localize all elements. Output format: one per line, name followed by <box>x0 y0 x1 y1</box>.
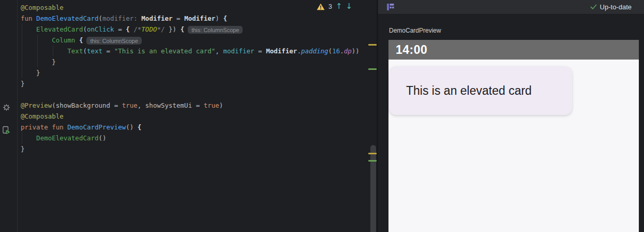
code-token: { <box>126 25 133 33</box>
code-token: (showBackground = <box>52 102 122 109</box>
code-token: Modifier <box>266 47 297 55</box>
code-line[interactable]: Text(text = "This is an elevated card", … <box>21 46 360 56</box>
code-token: fun <box>21 15 36 22</box>
warning-count: 3 <box>328 3 332 10</box>
build-status-label: Up-to-date <box>600 3 632 11</box>
previous-highlight-arrow-icon[interactable]: ↑ <box>336 3 342 10</box>
code-token: @Preview <box>21 102 52 109</box>
code-token: DemoCardPreview <box>67 123 126 131</box>
code-token: Text <box>67 47 83 55</box>
run-preview-button[interactable] <box>3 126 11 134</box>
scrollbar-thumb[interactable] <box>370 145 376 232</box>
code-token <box>21 36 52 44</box>
inspection-widget: 3 ↑ ↓ <box>317 3 352 10</box>
inlay-hint[interactable]: this: ColumnScope <box>86 37 141 45</box>
code-token: TODO <box>141 25 157 33</box>
preview-name-label[interactable]: DemoCardPreview <box>389 27 441 34</box>
code-line[interactable]: ElevatedCard(onClick = { /*TODO*/ }) {th… <box>21 24 360 35</box>
code-line[interactable] <box>21 89 360 100</box>
code-token: ( <box>99 15 103 22</box>
code-token <box>21 25 36 33</box>
code-token: { <box>223 15 227 22</box>
code-token: modifier: <box>102 15 141 22</box>
code-token: ElevatedCard <box>36 25 83 33</box>
code-line[interactable]: } <box>21 143 360 154</box>
code-token: } <box>21 69 40 77</box>
status-bar-time: 14:00 <box>396 43 427 57</box>
code-token: Modifier <box>141 15 172 22</box>
code-token: */ <box>157 25 164 33</box>
preview-panel: Up-to-date DemoCardPreview 14:00 This is… <box>378 0 644 232</box>
code-token: () <box>126 123 138 131</box>
ide-window: @Composablefun DemoElevatedCard(modifier… <box>0 0 644 232</box>
code-token: ) <box>219 102 223 109</box>
next-highlight-arrow-icon[interactable]: ↓ <box>346 3 353 10</box>
inlay-hint[interactable]: this: ColumnScope <box>188 26 243 34</box>
code-token: @Composable <box>21 112 64 120</box>
stripe-marker-ok[interactable] <box>368 160 377 162</box>
code-line[interactable]: DemoElevatedCard() <box>21 133 360 143</box>
card-text: This is an elevated card <box>406 84 532 98</box>
code-token: } <box>21 58 56 66</box>
code-token: true <box>204 102 219 109</box>
code-token: () <box>99 134 107 142</box>
code-line[interactable]: } <box>21 56 360 67</box>
code-token: . <box>340 47 344 55</box>
code-token: dp <box>344 47 352 55</box>
code-lines: @Composablefun DemoElevatedCard(modifier… <box>21 2 360 154</box>
stripe-marker-warning[interactable] <box>368 44 377 46</box>
code-token: ( <box>83 25 87 33</box>
code-line[interactable]: fun DemoElevatedCard(modifier: Modifier … <box>21 13 360 24</box>
code-token <box>21 134 36 142</box>
code-token: "This is an elevated card" <box>114 47 216 55</box>
preview-settings-button[interactable] <box>3 104 11 112</box>
gutter-separator <box>17 0 18 232</box>
code-line[interactable]: @Preview(showBackground = true, showSyst… <box>21 100 360 111</box>
code-token: ( <box>83 47 87 55</box>
grid-layout-icon <box>387 4 394 10</box>
code-token: { <box>138 123 142 131</box>
code-line[interactable]: Column {this: ColumnScope <box>21 35 360 46</box>
code-line[interactable]: @Composable <box>21 2 360 13</box>
code-token: = <box>102 47 114 55</box>
preview-toolbar: Up-to-date <box>378 0 644 15</box>
gear-icon <box>3 104 10 111</box>
stripe-marker-warning[interactable] <box>368 153 377 154</box>
device-status-bar: 14:00 <box>388 40 639 60</box>
warning-icon[interactable] <box>317 3 325 10</box>
code-line[interactable]: } <box>21 78 360 89</box>
code-editor[interactable]: @Composablefun DemoElevatedCard(modifier… <box>0 0 378 232</box>
build-status[interactable]: Up-to-date <box>590 3 632 11</box>
code-token: Column <box>52 36 75 44</box>
code-token: = <box>114 25 126 33</box>
code-token: = <box>254 47 266 55</box>
code-token: { <box>181 25 185 33</box>
code-token: @Composable <box>21 4 64 11</box>
code-token: . <box>297 47 301 55</box>
code-token: )) <box>352 47 360 55</box>
code-token: Modifier <box>184 15 215 22</box>
code-token: padding <box>301 47 328 55</box>
elevated-card: This is an elevated card <box>389 66 572 115</box>
code-token <box>75 36 79 44</box>
code-token: , showSystemUi = <box>138 102 204 109</box>
code-line[interactable]: @Composable <box>21 111 360 122</box>
code-token: { <box>79 36 83 44</box>
code-token: } <box>21 80 25 88</box>
code-token: modifier <box>223 47 254 55</box>
code-token: text <box>87 47 102 55</box>
code-token: DemoElevatedCard <box>36 134 98 142</box>
code-token: private fun <box>21 123 67 131</box>
code-token: ( <box>328 47 333 55</box>
code-token: ) <box>215 15 223 22</box>
code-token: /* <box>133 25 141 33</box>
code-token: , <box>215 47 223 55</box>
code-line[interactable]: } <box>21 67 360 78</box>
device-preview[interactable]: 14:00 This is an elevated card <box>388 40 639 232</box>
code-line[interactable]: private fun DemoCardPreview() { <box>21 122 360 133</box>
code-token: true <box>122 102 138 109</box>
stripe-marker-ok[interactable] <box>368 68 377 70</box>
code-token: } <box>21 145 25 153</box>
code-token: = <box>173 15 185 22</box>
grid-mode-button[interactable] <box>387 4 394 10</box>
